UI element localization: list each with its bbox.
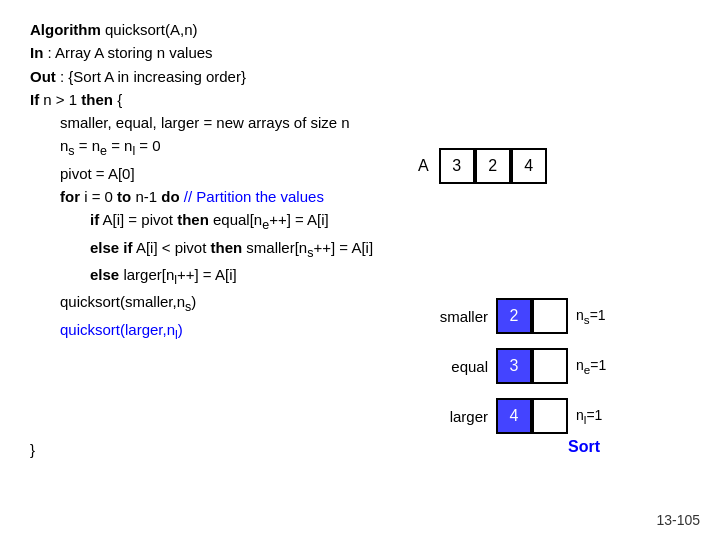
keyword-then2: then: [177, 211, 209, 228]
smaller-ns-label: ns=1: [576, 307, 606, 326]
keyword-for: for: [60, 188, 80, 205]
main-content: Algorithm quicksort(A,n) In : Array A st…: [0, 0, 720, 480]
larger-row: larger 4 nl=1: [418, 398, 602, 434]
line-5-text: smaller, equal, larger = new arrays of s…: [60, 114, 350, 131]
line-11: else larger[nl++] = A[i]: [30, 263, 690, 290]
keyword-in: In: [30, 44, 43, 61]
keyword-else-if: else if: [90, 239, 133, 256]
keyword-to: to: [117, 188, 131, 205]
line-8-text2: n-1: [135, 188, 161, 205]
larger-label: larger: [418, 408, 488, 425]
equal-row: equal 3 ne=1: [418, 348, 606, 384]
line-4-text1: n > 1: [43, 91, 81, 108]
larger-cell-0: 4: [496, 398, 532, 434]
line-1-text: quicksort(A,n): [105, 21, 198, 38]
line-10-text2: smaller[n: [246, 239, 307, 256]
brace-text: }: [30, 441, 35, 458]
larger-cell-1: [532, 398, 568, 434]
line-5: smaller, equal, larger = new arrays of s…: [30, 111, 690, 134]
line-6-text3: = n: [107, 137, 132, 154]
smaller-cell-0: 2: [496, 298, 532, 334]
keyword-do: do: [161, 188, 179, 205]
line-3: Out : {Sort A in increasing order}: [30, 65, 690, 88]
keyword-if: If: [30, 91, 39, 108]
line-9: if A[i] = pivot then equal[ne++] = A[i]: [30, 208, 690, 235]
a-array-container: A 3 2 4: [418, 148, 547, 184]
line-4-text2: {: [117, 91, 122, 108]
line-12-text: quicksort(smaller,n: [60, 293, 185, 310]
equal-label: equal: [418, 358, 488, 375]
keyword-out: Out: [30, 68, 56, 85]
a-label: A: [418, 157, 429, 175]
line-11-text2: ++] = A[i]: [177, 266, 237, 283]
line-4: If n > 1 then {: [30, 88, 690, 111]
equal-cell-0: 3: [496, 348, 532, 384]
line-9-text1: A[i] = pivot: [103, 211, 178, 228]
line-10-text3: ++] = A[i]: [313, 239, 373, 256]
quicksort-larger: quicksort(larger,n: [60, 321, 175, 338]
line-1: Algorithm quicksort(A,n): [30, 18, 690, 41]
a-cell-0: 3: [439, 148, 475, 184]
smaller-cell-1: [532, 298, 568, 334]
keyword-else: else: [90, 266, 119, 283]
smaller-row: smaller 2 ns=1: [418, 298, 606, 334]
line-9-text2: equal[n: [213, 211, 262, 228]
line-3-text: : {Sort A in increasing order}: [60, 68, 246, 85]
line-11-text: larger[n: [123, 266, 174, 283]
line-6: ns = ne = nl = 0: [30, 134, 690, 161]
equal-ne-label: ne=1: [576, 357, 606, 376]
page-number: 13-105: [656, 512, 700, 528]
line-7: pivot = A[0]: [30, 162, 690, 185]
smaller-label: smaller: [418, 308, 488, 325]
line-7-text: pivot = A[0]: [60, 165, 135, 182]
sort-text: Sort: [568, 438, 600, 455]
line-10: else if A[i] < pivot then smaller[ns++] …: [30, 236, 690, 263]
a-cell-1: 2: [475, 148, 511, 184]
line-10-text1: A[i] < pivot: [136, 239, 211, 256]
page-number-text: 13-105: [656, 512, 700, 528]
line-12-close: ): [191, 293, 196, 310]
keyword-then: then: [81, 91, 113, 108]
line-2-text: : Array A storing n values: [48, 44, 213, 61]
sort-label: Sort: [568, 438, 600, 456]
comment-partition: // Partition the values: [184, 188, 324, 205]
keyword-algorithm: Algorithm: [30, 21, 101, 38]
line-8-text1: i = 0: [84, 188, 117, 205]
line-6-text2: = n: [75, 137, 100, 154]
line-6-text4: = 0: [135, 137, 160, 154]
line-2: In : Array A storing n values: [30, 41, 690, 64]
equal-cell-1: [532, 348, 568, 384]
a-cell-2: 4: [511, 148, 547, 184]
line-13-close: ): [178, 321, 183, 338]
larger-nl-label: nl=1: [576, 407, 602, 426]
keyword-if2: if: [90, 211, 99, 228]
line-8: for i = 0 to n-1 do // Partition the val…: [30, 185, 690, 208]
line-9-text3: ++] = A[i]: [269, 211, 329, 228]
keyword-then3: then: [211, 239, 243, 256]
sub-e1: e: [100, 144, 107, 158]
